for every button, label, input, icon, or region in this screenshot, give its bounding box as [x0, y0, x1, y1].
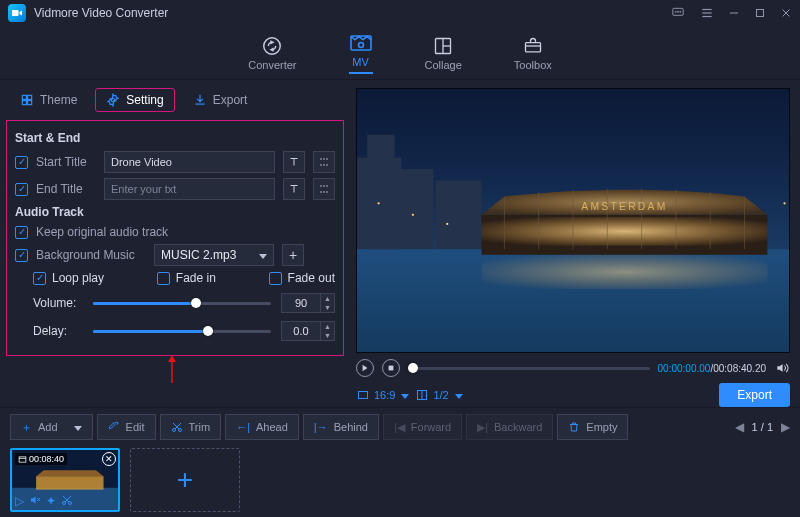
- select-bg-music[interactable]: MUSIC 2.mp3: [154, 244, 274, 266]
- pager-next[interactable]: ▶: [781, 420, 790, 434]
- app-logo: [8, 4, 26, 22]
- checkbox-start-title[interactable]: [15, 156, 28, 169]
- page-select[interactable]: 1/2: [415, 389, 462, 401]
- text-style-button[interactable]: [283, 151, 305, 173]
- main-nav: Converter MV Collage Toolbox: [0, 26, 800, 80]
- checkbox-fadeout[interactable]: [269, 272, 282, 285]
- row-bg-music: Background Music MUSIC 2.mp3 +: [15, 244, 335, 266]
- svg-rect-61: [389, 366, 394, 371]
- svg-point-4: [680, 11, 681, 12]
- effects-icon[interactable]: ✦: [46, 494, 56, 508]
- checkbox-bg-music[interactable]: [15, 249, 28, 262]
- svg-point-3: [677, 11, 678, 12]
- btn-label: Trim: [189, 421, 211, 433]
- video-preview[interactable]: AMSTERDAM: [356, 88, 790, 353]
- trim-icon[interactable]: [61, 494, 73, 508]
- nav-label: MV: [352, 56, 369, 68]
- pager-prev[interactable]: ◀: [735, 420, 744, 434]
- clip-tools: ▷ ✦: [15, 494, 73, 508]
- play-button[interactable]: [356, 359, 374, 377]
- svg-point-30: [320, 185, 322, 187]
- remove-clip-button[interactable]: ✕: [102, 452, 116, 466]
- stop-button[interactable]: [382, 359, 400, 377]
- export-button[interactable]: Export: [719, 383, 790, 407]
- input-end-title[interactable]: [104, 178, 275, 200]
- svg-rect-1: [673, 8, 684, 15]
- header-audio-track: Audio Track: [15, 205, 335, 219]
- expand-button[interactable]: [313, 178, 335, 200]
- backward-button[interactable]: ▶|Backward: [466, 414, 553, 440]
- titlebar: Vidmore Video Converter: [0, 0, 800, 26]
- slider-volume[interactable]: [93, 296, 271, 310]
- aspect-ratio-select[interactable]: 16:9: [356, 389, 409, 401]
- edit-button[interactable]: Edit: [97, 414, 156, 440]
- toolbox-icon: [521, 35, 545, 57]
- window-close[interactable]: [780, 7, 792, 19]
- expand-button[interactable]: [313, 151, 335, 173]
- bottom-strip: ＋Add Edit Trim ←|Ahead |→Behind |◀Forwar…: [0, 407, 800, 517]
- mv-icon: [349, 32, 373, 54]
- svg-rect-69: [36, 476, 103, 489]
- feedback-icon[interactable]: [670, 6, 686, 20]
- svg-rect-44: [482, 217, 768, 246]
- add-clip-button[interactable]: +: [130, 448, 240, 512]
- menu-icon[interactable]: [700, 6, 714, 20]
- input-start-title[interactable]: [104, 151, 275, 173]
- slider-delay[interactable]: [93, 324, 271, 338]
- svg-point-32: [326, 185, 328, 187]
- svg-point-26: [326, 158, 328, 160]
- row-playback-options: Loop play Fade in Fade out: [33, 271, 335, 285]
- duration-badge: 00:08:40: [15, 453, 67, 465]
- tab-setting[interactable]: Setting: [95, 88, 174, 112]
- nav-label: Converter: [248, 59, 296, 71]
- checkbox-end-title[interactable]: [15, 183, 28, 196]
- btn-label: Behind: [334, 421, 368, 433]
- header-start-end: Start & End: [15, 131, 335, 145]
- select-value: MUSIC 2.mp3: [161, 248, 236, 262]
- nav-collage[interactable]: Collage: [419, 31, 468, 75]
- mute-icon[interactable]: [29, 494, 41, 508]
- checkbox-loop[interactable]: [33, 272, 46, 285]
- clip-thumbnail[interactable]: 00:08:40 ✕ ▷ ✦: [10, 448, 120, 512]
- export-icon: [193, 93, 207, 107]
- svg-rect-54: [482, 255, 768, 289]
- add-button[interactable]: ＋Add: [10, 414, 93, 440]
- chevron-down-icon: [68, 421, 82, 433]
- theme-icon: [20, 93, 34, 107]
- svg-point-35: [326, 191, 328, 193]
- seek-bar[interactable]: [408, 361, 650, 375]
- ahead-button[interactable]: ←|Ahead: [225, 414, 299, 440]
- window-minimize[interactable]: [728, 7, 740, 19]
- checkbox-fadein[interactable]: [157, 272, 170, 285]
- spinner-delay[interactable]: ▲▼: [321, 321, 335, 341]
- empty-button[interactable]: Empty: [557, 414, 628, 440]
- window-controls: [670, 6, 792, 20]
- nav-mv[interactable]: MV: [343, 28, 379, 78]
- spinner-volume[interactable]: ▲▼: [321, 293, 335, 313]
- timecode: 00:00:00.00/00:08:40.20: [658, 363, 766, 374]
- volume-icon[interactable]: [774, 361, 790, 375]
- add-music-button[interactable]: +: [282, 244, 304, 266]
- window-maximize[interactable]: [754, 7, 766, 19]
- label-end-title: End Title: [36, 182, 96, 196]
- behind-button[interactable]: |→Behind: [303, 414, 379, 440]
- btn-label: Backward: [494, 421, 542, 433]
- text-style-button[interactable]: [283, 178, 305, 200]
- nav-label: Collage: [425, 59, 462, 71]
- tab-export[interactable]: Export: [183, 89, 258, 111]
- svg-point-58: [446, 223, 448, 225]
- converter-icon: [260, 35, 284, 57]
- nav-toolbox[interactable]: Toolbox: [508, 31, 558, 75]
- svg-point-28: [323, 164, 325, 166]
- nav-converter[interactable]: Converter: [242, 31, 302, 75]
- tab-theme[interactable]: Theme: [10, 89, 87, 111]
- app-title: Vidmore Video Converter: [34, 6, 168, 20]
- trim-button[interactable]: Trim: [160, 414, 222, 440]
- forward-button[interactable]: |◀Forward: [383, 414, 462, 440]
- svg-rect-9: [757, 10, 764, 17]
- pager-text: 1 / 1: [752, 421, 773, 433]
- annotation-arrow: [167, 355, 177, 383]
- svg-point-56: [377, 202, 379, 204]
- checkbox-keep-original[interactable]: [15, 226, 28, 239]
- play-icon[interactable]: ▷: [15, 494, 24, 508]
